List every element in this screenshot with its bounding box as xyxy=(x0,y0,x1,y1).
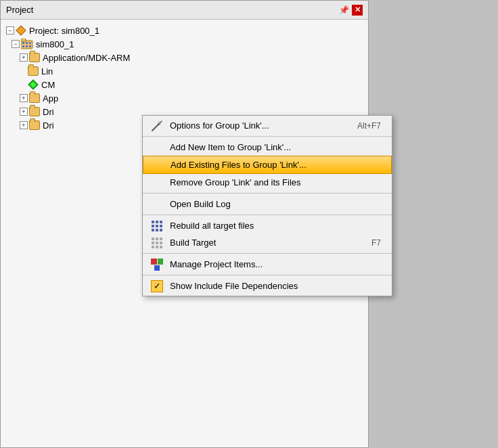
svg-rect-1 xyxy=(21,41,32,49)
svg-rect-28 xyxy=(160,238,162,240)
appl-folder-icon xyxy=(29,93,40,103)
cm-label: CM xyxy=(41,80,55,90)
tree-item-app-mdk[interactable]: + Application/MDK-ARM xyxy=(17,51,365,64)
svg-rect-23 xyxy=(152,229,154,231)
dri2-expander[interactable]: + xyxy=(20,121,28,129)
app-mdk-label: Application/MDK-ARM xyxy=(43,53,130,63)
menu-item-options-group[interactable]: Options for Group 'Link'... Alt+F7 xyxy=(143,117,392,134)
check-box: ✓ xyxy=(151,280,163,292)
root-label: Project: sim800_1 xyxy=(29,26,99,36)
svg-rect-30 xyxy=(156,242,158,244)
link-folder-icon xyxy=(28,66,39,76)
svg-rect-17 xyxy=(152,221,154,223)
svg-rect-20 xyxy=(152,225,154,227)
svg-rect-36 xyxy=(158,259,163,265)
wand-icon xyxy=(150,118,164,133)
target-icon xyxy=(21,39,33,49)
tree-item-appl[interactable]: + App xyxy=(17,91,365,105)
separator-3 xyxy=(143,215,392,215)
menu-item-remove-group[interactable]: Remove Group 'Link' and its Files xyxy=(143,174,392,191)
options-group-label: Options for Group 'Link'... xyxy=(170,120,269,131)
dri2-folder-icon xyxy=(29,120,40,130)
project-icon xyxy=(16,25,26,36)
open-build-log-label: Open Build Log xyxy=(170,199,231,209)
tree-root[interactable]: − Project: sim800_1 xyxy=(3,24,365,37)
svg-rect-22 xyxy=(160,225,162,227)
tree-item-cm[interactable]: CM xyxy=(17,78,365,91)
target-expander[interactable]: − xyxy=(12,40,20,48)
build-target-shortcut: F7 xyxy=(371,238,381,248)
menu-item-build-target[interactable]: Build Target F7 xyxy=(143,234,392,251)
menu-item-open-build-log[interactable]: Open Build Log xyxy=(143,196,392,212)
close-button[interactable]: ✕ xyxy=(352,5,363,16)
appl-label: App xyxy=(43,93,58,104)
menu-item-show-include[interactable]: ✓ Show Include File Dependencies xyxy=(143,277,392,294)
folder-icon xyxy=(29,53,40,62)
dri1-folder-icon xyxy=(29,107,40,116)
svg-rect-37 xyxy=(154,265,160,271)
build-target-icon xyxy=(150,236,164,250)
svg-rect-4 xyxy=(26,42,28,44)
link-label: Lin xyxy=(41,66,53,76)
separator-2 xyxy=(143,193,392,194)
root-expander[interactable]: − xyxy=(6,26,14,35)
svg-rect-6 xyxy=(22,45,24,47)
separator-1 xyxy=(143,136,392,137)
tree-item-link[interactable]: Lin xyxy=(17,64,365,78)
rebuild-label: Rebuild all target files xyxy=(170,221,254,231)
checkmark-icon: ✓ xyxy=(150,279,164,294)
svg-rect-5 xyxy=(29,42,31,44)
manage-project-label: Manage Project Items... xyxy=(170,259,263,269)
show-include-label: Show Include File Dependencies xyxy=(170,281,298,291)
options-group-shortcut: Alt+F7 xyxy=(357,121,381,131)
menu-item-rebuild[interactable]: Rebuild all target files xyxy=(143,217,392,234)
add-existing-label: Add Existing Files to Group 'Link'... xyxy=(171,160,307,170)
svg-rect-27 xyxy=(156,238,158,240)
svg-rect-21 xyxy=(156,225,158,227)
svg-rect-35 xyxy=(151,259,157,265)
separator-5 xyxy=(143,275,392,275)
add-new-label: Add New Item to Group 'Link'... xyxy=(170,142,291,152)
context-menu: Options for Group 'Link'... Alt+F7 Add N… xyxy=(142,115,392,296)
svg-rect-3 xyxy=(22,42,24,44)
svg-rect-24 xyxy=(156,229,158,231)
manage-icon xyxy=(150,257,164,272)
svg-rect-32 xyxy=(152,246,154,248)
build-target-label: Build Target xyxy=(170,238,216,248)
svg-rect-31 xyxy=(160,242,162,244)
svg-rect-8 xyxy=(29,45,31,47)
svg-line-11 xyxy=(152,124,159,131)
panel-title: Project xyxy=(6,5,33,15)
svg-rect-19 xyxy=(160,221,162,223)
svg-rect-18 xyxy=(156,221,158,223)
svg-rect-2 xyxy=(21,39,26,41)
panel-titlebar: Project 📌 ✕ xyxy=(1,1,368,20)
svg-rect-34 xyxy=(160,246,162,248)
rebuild-icon xyxy=(150,219,164,233)
svg-rect-0 xyxy=(16,26,26,35)
cm-diamond-icon xyxy=(28,79,39,90)
svg-rect-25 xyxy=(160,229,162,231)
titlebar-icons: 📌 ✕ xyxy=(338,5,363,16)
target-label: sim800_1 xyxy=(36,39,74,49)
tree-target[interactable]: − sim800_1 xyxy=(9,37,365,51)
dri2-label: Dri xyxy=(43,120,54,131)
menu-item-add-existing[interactable]: Add Existing Files to Group 'Link'... xyxy=(143,156,392,174)
pin-button[interactable]: 📌 xyxy=(338,5,349,16)
menu-item-manage-project[interactable]: Manage Project Items... xyxy=(143,256,392,273)
app-mdk-expander[interactable]: + xyxy=(20,53,28,62)
separator-4 xyxy=(143,253,392,254)
svg-rect-29 xyxy=(152,242,154,244)
appl-expander[interactable]: + xyxy=(20,94,28,102)
remove-group-label: Remove Group 'Link' and its Files xyxy=(170,177,301,187)
dri1-label: Dri xyxy=(43,107,54,117)
menu-item-add-new[interactable]: Add New Item to Group 'Link'... xyxy=(143,139,392,156)
svg-rect-33 xyxy=(156,246,158,248)
svg-rect-26 xyxy=(152,238,154,240)
dri1-expander[interactable]: + xyxy=(20,108,28,116)
svg-rect-7 xyxy=(26,45,28,47)
